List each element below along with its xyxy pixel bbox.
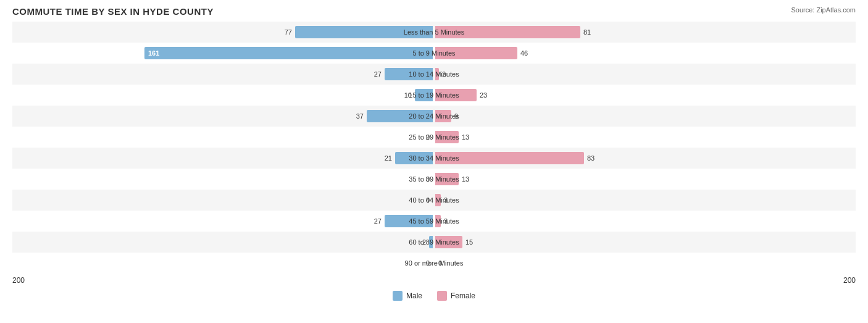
male-bar: [367, 110, 433, 122]
male-value-label: 27: [374, 70, 382, 78]
female-value-label: 15: [465, 238, 473, 246]
female-value-label: 13: [462, 133, 469, 141]
female-bar: [435, 215, 441, 227]
male-value-label: 21: [385, 154, 392, 162]
male-value-label: 161: [148, 49, 159, 57]
legend-female: Female: [437, 291, 475, 301]
male-bar: [295, 26, 433, 38]
chart-title: COMMUTE TIME BY SEX IN HYDE COUNTY: [12, 6, 214, 17]
female-bar: [435, 89, 477, 101]
table-row: 2745 to 59 Minutes3: [12, 211, 856, 232]
female-value-label: 81: [583, 28, 591, 36]
male-value-label: 37: [356, 112, 364, 120]
male-value-label: 2: [422, 238, 426, 246]
table-row: 77Less than 5 Minutes81: [12, 22, 856, 43]
male-bar: 161: [144, 47, 433, 59]
male-value-label: 10: [404, 91, 412, 99]
male-value-label: 77: [285, 28, 292, 36]
male-bar: [385, 68, 433, 80]
legend: Male Female: [12, 291, 856, 301]
female-bar: [435, 131, 459, 143]
table-row: 090 or more Minutes0: [12, 253, 856, 274]
male-value-label: 0: [426, 175, 430, 183]
axis-right: 200: [843, 276, 856, 285]
female-value-label: 83: [587, 154, 595, 162]
male-value-label: 0: [426, 196, 430, 204]
axis-left: 200: [12, 276, 25, 285]
table-row: 260 to 89 Minutes15: [12, 232, 856, 253]
male-value-label: 27: [374, 217, 382, 225]
female-bar: [435, 110, 451, 122]
table-row: 2130 to 34 Minutes83: [12, 148, 856, 169]
male-value-label: 0: [426, 133, 430, 141]
chart-source: Source: ZipAtlas.com: [791, 6, 856, 14]
female-bar: [435, 236, 462, 248]
chart-header: COMMUTE TIME BY SEX IN HYDE COUNTY Sourc…: [12, 6, 856, 17]
female-value-label: 3: [444, 217, 448, 225]
legend-male-label: Male: [406, 292, 422, 300]
female-swatch: [437, 291, 447, 301]
female-value-label: 13: [462, 175, 469, 183]
table-row: 040 to 44 Minutes3: [12, 190, 856, 211]
legend-female-label: Female: [451, 292, 475, 300]
axis-labels: 200 200: [12, 274, 856, 287]
table-row: 1615 to 9 Minutes46: [12, 43, 856, 64]
table-row: 035 to 39 Minutes13: [12, 169, 856, 190]
table-row: 025 to 29 Minutes13: [12, 127, 856, 148]
table-row: 3720 to 24 Minutes9: [12, 106, 856, 127]
male-bar: [385, 215, 433, 227]
legend-male: Male: [393, 291, 422, 301]
female-bar: [435, 173, 459, 185]
female-value-label: 3: [444, 196, 448, 204]
female-value-label: 2: [442, 70, 446, 78]
female-bar: [435, 47, 517, 59]
male-bar: [429, 236, 433, 248]
chart-rows: 77Less than 5 Minutes811615 to 9 Minutes…: [12, 22, 856, 274]
table-row: 1015 to 19 Minutes23: [12, 85, 856, 106]
female-bar: [435, 68, 439, 80]
female-bar: [435, 152, 584, 164]
table-row: 2710 to 14 Minutes2: [12, 64, 856, 85]
chart-container: COMMUTE TIME BY SEX IN HYDE COUNTY Sourc…: [0, 0, 868, 323]
male-bar: [415, 89, 433, 101]
female-bar: [435, 194, 441, 206]
female-value-label: 23: [480, 91, 487, 99]
male-value-label: 0: [426, 259, 430, 267]
female-value-label: 46: [520, 49, 528, 57]
male-bar: [395, 152, 433, 164]
female-bar: [435, 26, 580, 38]
female-value-label: 0: [438, 259, 442, 267]
female-value-label: 9: [454, 112, 458, 120]
male-swatch: [393, 291, 403, 301]
